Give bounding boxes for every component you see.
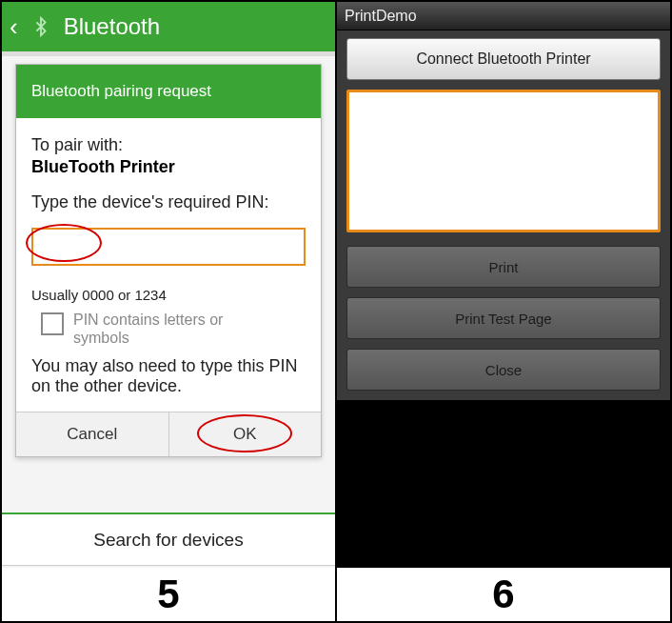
empty-area xyxy=(337,400,670,568)
back-icon[interactable]: ‹ xyxy=(10,14,18,39)
pairing-dialog: Bluetooth pairing request To pair with: … xyxy=(15,64,322,457)
app-title-bar: PrintDemo xyxy=(337,2,670,30)
pair-with-label: To pair with: xyxy=(31,135,306,155)
bluetooth-icon xyxy=(28,13,54,40)
app-title: PrintDemo xyxy=(345,8,417,25)
device-name: BlueTooth Printer xyxy=(31,157,306,177)
print-test-page-button[interactable]: Print Test Page xyxy=(346,297,661,339)
dialog-title: Bluetooth pairing request xyxy=(16,65,321,118)
ok-button-label: OK xyxy=(233,425,257,443)
pin-prompt: Type the device's required PIN: xyxy=(31,192,306,212)
print-button[interactable]: Print xyxy=(346,246,661,288)
print-text-input[interactable] xyxy=(346,90,661,232)
pin-letters-label: PIN contains letters or symbols xyxy=(73,311,264,347)
header-strip xyxy=(2,51,335,56)
connect-printer-button[interactable]: Connect Bluetooth Printer xyxy=(346,38,661,80)
search-devices-button[interactable]: Search for devices xyxy=(2,512,335,566)
pin-letters-checkbox[interactable] xyxy=(41,312,64,335)
bluetooth-header: ‹ Bluetooth xyxy=(2,2,335,51)
pin-note: You may also need to type this PIN on th… xyxy=(31,356,306,396)
figure-caption: 5 xyxy=(2,568,335,621)
page-title: Bluetooth xyxy=(64,13,160,40)
ok-button[interactable]: OK xyxy=(168,412,322,456)
cancel-button[interactable]: Cancel xyxy=(16,412,168,456)
pin-input[interactable] xyxy=(31,228,306,266)
figure-caption: 6 xyxy=(337,568,670,621)
close-button[interactable]: Close xyxy=(346,349,661,391)
print-demo-panel: Connect Bluetooth Printer Print Print Te… xyxy=(337,30,670,400)
pin-hint: Usually 0000 or 1234 xyxy=(31,287,306,303)
